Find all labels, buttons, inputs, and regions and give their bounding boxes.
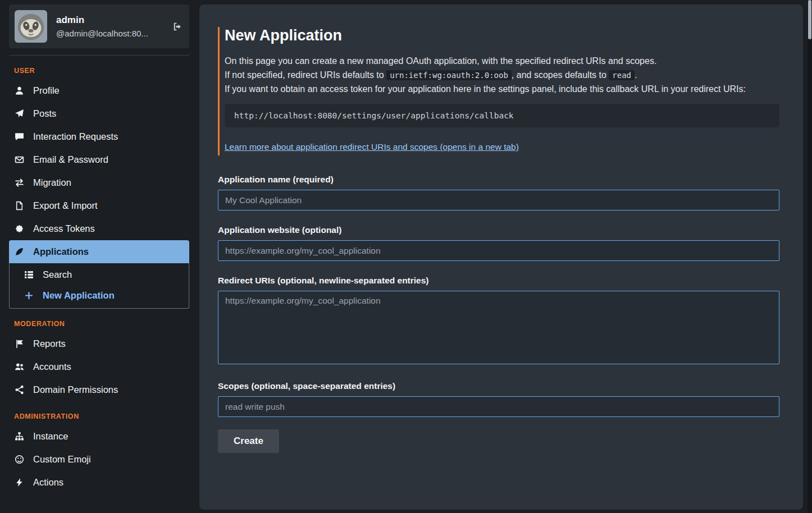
page-scrollbar-thumb[interactable]	[808, 0, 811, 39]
sidebar-section-administration: ADMINISTRATION Instance Custom Emoji Act…	[9, 413, 189, 494]
comment-icon	[14, 132, 25, 141]
sidebar-item-label: Custom Emoji	[33, 454, 91, 465]
section-label-moderation: MODERATION	[14, 320, 189, 328]
page-scrollbar[interactable]	[808, 0, 812, 513]
intro-line-2-post: .	[635, 70, 637, 80]
sidebar-section-moderation: MODERATION Reports Accounts Domain Permi…	[9, 320, 189, 401]
logout-icon[interactable]	[172, 22, 183, 31]
file-export-icon	[14, 201, 25, 210]
sidebar-item-migration[interactable]: Migration	[9, 171, 189, 194]
nav-administration: Instance Custom Emoji Actions	[9, 425, 189, 494]
application-website-label: Application website (optional)	[218, 225, 779, 235]
scopes-label: Scopes (optional, space-separated entrie…	[218, 381, 779, 391]
sidebar-item-accounts[interactable]: Accounts	[9, 355, 189, 378]
sidebar-item-label: Access Tokens	[33, 223, 95, 234]
envelope-icon	[14, 155, 25, 164]
application-name-input[interactable]	[218, 190, 779, 210]
page-title: New Application	[225, 27, 779, 44]
intro-line-3: If you want to obtain an access token fo…	[225, 84, 746, 94]
intro-text: On this page you can create a new manage…	[225, 54, 779, 96]
callback-url-block[interactable]: http://localhost:8080/settings/user/appl…	[225, 104, 779, 127]
sidebar-item-label: Instance	[33, 431, 68, 442]
sidebar-item-label: Domain Permissions	[33, 384, 118, 395]
user-name: admin	[56, 15, 148, 26]
section-label-user: USER	[14, 67, 189, 75]
sidebar-item-label: Email & Password	[33, 154, 108, 165]
sidebar-item-label: Actions	[33, 477, 63, 488]
sidebar-item-label: Profile	[33, 85, 60, 96]
sidebar-item-label: Applications	[33, 246, 89, 257]
inline-code-oob: urn:ietf:wg:oauth:2.0:oob	[386, 70, 512, 80]
user-card[interactable]: admin @admin@localhost:80...	[9, 4, 189, 48]
sidebar-section-user: USER Profile Posts Interaction Requests …	[9, 67, 189, 309]
intro-line-2-mid: , and scopes defaults to	[512, 70, 609, 80]
applications-submenu: Search New Application	[9, 263, 189, 309]
sidebar-item-label: Export & Import	[33, 200, 98, 211]
inline-code-read: read	[609, 70, 635, 80]
scopes-group: Scopes (optional, space-separated entrie…	[218, 381, 779, 417]
transfer-icon	[14, 178, 25, 187]
sidebar-item-instance[interactable]: Instance	[9, 425, 189, 448]
sidebar-item-label: Posts	[33, 108, 56, 119]
sidebar-item-label: New Application	[43, 290, 115, 301]
sidebar-item-domain-permissions[interactable]: Domain Permissions	[9, 378, 189, 401]
sidebar-item-label: Search	[43, 269, 72, 280]
sidebar-item-actions[interactable]: Actions	[9, 471, 189, 494]
user-icon	[14, 86, 25, 95]
sidebar-item-label: Accounts	[33, 361, 71, 372]
paper-plane-icon	[14, 109, 25, 118]
intro-line-1: On this page you can create a new manage…	[225, 56, 656, 66]
create-button[interactable]: Create	[218, 429, 279, 453]
sidebar-item-new-application[interactable]: New Application	[10, 285, 189, 306]
application-website-input[interactable]	[218, 240, 779, 261]
sidebar-item-applications-search[interactable]: Search	[10, 264, 189, 285]
nav-moderation: Reports Accounts Domain Permissions	[9, 332, 189, 401]
sidebar-item-email-password[interactable]: Email & Password	[9, 148, 189, 171]
learn-more-link[interactable]: Learn more about application redirect UR…	[225, 142, 519, 152]
certificate-icon	[14, 224, 25, 233]
redirect-uris-textarea[interactable]	[218, 291, 779, 364]
bolt-icon	[14, 478, 25, 487]
sidebar: admin @admin@localhost:80... USER Profil…	[0, 0, 199, 513]
application-name-group: Application name (required)	[218, 175, 779, 210]
sidebar-item-access-tokens[interactable]: Access Tokens	[9, 217, 189, 240]
flag-icon	[14, 339, 25, 349]
plus-icon	[24, 291, 34, 300]
scopes-input[interactable]	[218, 396, 779, 417]
sidebar-item-applications[interactable]: Applications	[9, 240, 189, 263]
avatar	[15, 10, 47, 43]
main-panel: New Application On this page you can cre…	[199, 4, 803, 510]
application-name-label: Application name (required)	[218, 175, 779, 185]
nav-user: Profile Posts Interaction Requests Email…	[9, 79, 189, 309]
callback-url: http://localhost:8080/settings/user/appl…	[234, 111, 514, 120]
users-icon	[14, 362, 25, 372]
redirect-uris-group: Redirect URIs (optional, newline-separat…	[218, 276, 779, 367]
sidebar-item-reports[interactable]: Reports	[9, 332, 189, 355]
list-icon	[24, 270, 34, 280]
section-label-administration: ADMINISTRATION	[14, 413, 189, 420]
user-info: admin @admin@localhost:80...	[56, 15, 148, 38]
sidebar-item-interaction-requests[interactable]: Interaction Requests	[9, 125, 189, 148]
application-website-group: Application website (optional)	[218, 225, 779, 261]
sidebar-item-profile[interactable]: Profile	[9, 79, 189, 102]
intro-line-2-pre: If not specified, redirect URIs defaults…	[225, 70, 386, 80]
sidebar-item-custom-emoji[interactable]: Custom Emoji	[9, 448, 189, 471]
sidebar-item-posts[interactable]: Posts	[9, 102, 189, 125]
intro-block: New Application On this page you can cre…	[218, 27, 779, 155]
sidebar-item-label: Interaction Requests	[33, 131, 118, 142]
sidebar-item-label: Reports	[33, 338, 66, 349]
redirect-uris-label: Redirect URIs (optional, newline-separat…	[218, 276, 779, 286]
feather-icon	[14, 247, 25, 256]
sitemap-icon	[14, 432, 25, 441]
new-application-form: Application name (required) Application …	[218, 175, 779, 453]
smile-icon	[14, 455, 25, 464]
share-nodes-icon	[14, 385, 25, 395]
sidebar-item-export-import[interactable]: Export & Import	[9, 194, 189, 217]
user-handle: @admin@localhost:80...	[56, 29, 148, 38]
sidebar-item-label: Migration	[33, 177, 71, 188]
main-content: New Application On this page you can cre…	[199, 4, 803, 475]
user-card-wrap: admin @admin@localhost:80...	[9, 4, 189, 56]
